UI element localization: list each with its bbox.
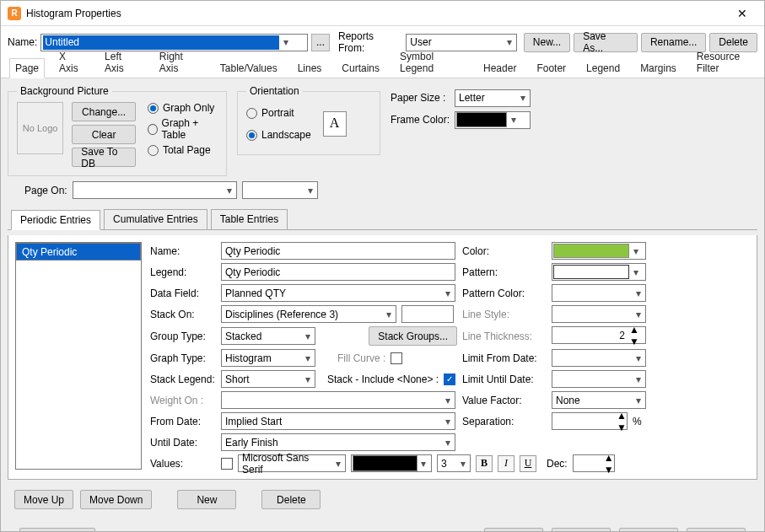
grouptype-combobox[interactable]: Stacked▾ [221,327,315,345]
valuefactor-combobox[interactable]: None▾ [552,391,646,409]
limituntil-combobox[interactable]: ▾ [552,370,646,388]
list-item[interactable]: Qty Periodic [16,243,141,261]
stackon-extra-input[interactable] [401,305,454,323]
new-entry-button[interactable]: New [177,490,236,509]
page-on-combobox-1[interactable]: ▾ [73,181,237,199]
subtab-periodic-entries[interactable]: Periodic Entries [11,210,100,230]
italic-button[interactable]: I [498,455,514,472]
entry-subtabs: Periodic EntriesCumulative EntriesTable … [8,209,757,230]
untildate-combobox[interactable]: Early Finish▾ [221,433,455,451]
values-color-picker[interactable]: ▾ [351,454,432,472]
separation-spinner[interactable]: ▲▼ [552,412,628,430]
color-label: Color: [462,245,547,257]
new-report-button[interactable]: New... [524,33,570,52]
stacklegend-combobox[interactable]: Short▾ [221,370,315,388]
frame-color-picker[interactable]: ▾ [455,111,531,129]
graphtype-combobox[interactable]: Histogram▾ [221,349,315,367]
separation-label: Separation: [462,416,547,427]
delete-entry-button[interactable]: Delete [261,490,321,509]
pattern-color-picker[interactable]: ▾ [552,284,646,302]
chevron-down-icon: ▾ [279,36,293,48]
fillcurve-label: Fill Curve : [337,352,385,364]
ok-button[interactable]: OK [619,528,678,531]
orientation-legend: Orientation [246,85,303,97]
tab-curtains[interactable]: Curtains [336,58,385,78]
name-browse-button[interactable]: ... [311,34,330,51]
stackinclude-label: Stack - Include <None> : [327,373,439,385]
bgpic-preview: No Logo [17,102,63,154]
values-checkbox[interactable] [221,458,233,470]
color-picker[interactable]: ▾ [552,242,646,260]
pattern-color-label: Pattern Color: [462,287,547,299]
fromdate-combobox[interactable]: Implied Start▾ [221,412,455,430]
weighton-combobox[interactable]: ▾ [221,391,455,409]
window-title: Histogram Properties [26,8,727,19]
datafield-combobox[interactable]: Planned QTY▾ [221,284,455,302]
tab-x-axis[interactable]: X Axis [53,46,90,78]
stackon-combobox[interactable]: Disciplines (Reference 3)▾ [221,305,396,323]
tab-margins[interactable]: Margins [634,58,682,78]
decimals-spinner[interactable]: ▲▼ [573,454,615,472]
stacklegend-label: Stack Legend: [150,373,216,385]
paper-size-label: Paper Size : [391,92,450,104]
stackinclude-checkbox[interactable] [444,373,455,385]
page-on-combobox-2[interactable]: ▾ [242,181,318,199]
frame-color-swatch [456,112,507,127]
main-tabs: PageX AxisLeft AxisRight AxisTable/Value… [1,58,764,78]
entry-legend-input[interactable]: Qty Periodic [221,263,455,281]
preview-button[interactable]: Preview [484,528,543,531]
orientation-radio-portrait[interactable]: Portrait [246,107,311,119]
tab-header[interactable]: Header [477,58,522,78]
linethickness-spinner[interactable]: 2▲▼ [552,326,646,344]
bgpic-radio-0[interactable]: Graph Only [148,102,218,114]
values-size-combobox[interactable]: 3▾ [437,454,471,472]
close-icon[interactable]: ✕ [727,2,757,25]
values-font-combobox[interactable]: Microsoft Sans Serif▾ [238,454,346,472]
move-up-button[interactable]: Move Up [14,490,73,509]
entry-name-input[interactable]: Qty Periodic [221,242,455,260]
bgpic-change-button[interactable]: Change... [72,102,136,121]
values-label: Values: [150,458,216,470]
fillcurve-checkbox[interactable] [391,352,402,364]
tab-resource-filter[interactable]: Resource Filter [691,46,764,78]
entries-list[interactable]: Qty Periodic [15,242,142,470]
tab-symbol-legend[interactable]: Symbol Legend [394,46,469,78]
subtab-table-entries[interactable]: Table Entries [211,209,288,229]
entry-name-label: Name: [150,245,216,257]
tab-legend[interactable]: Legend [580,58,626,78]
app-icon: R [8,7,21,20]
tab-footer[interactable]: Footer [531,58,572,78]
linestyle-combobox[interactable]: ▾ [552,305,646,323]
save-as-button[interactable]: Save As... [574,33,638,52]
tab-left-axis[interactable]: Left Axis [99,46,145,78]
underline-button[interactable]: U [520,455,536,472]
apply-button[interactable]: Apply [552,528,611,531]
stackon-label: Stack On: [150,309,216,320]
move-down-button[interactable]: Move Down [80,490,152,509]
tab-table-values[interactable]: Table/Values [214,58,283,78]
graphtype-label: Graph Type: [150,352,216,364]
valuefactor-label: Value Factor: [462,395,547,406]
untildate-label: Until Date: [150,437,216,449]
linestyle-label: Line Style: [462,309,547,320]
tab-page[interactable]: Page [9,58,45,78]
pattern-label: Pattern: [462,266,547,278]
pattern-picker[interactable]: ▾ [552,263,646,281]
orientation-radio-landscape[interactable]: Landscape [246,129,311,141]
cancel-button[interactable]: Cancel [687,528,746,531]
comments-button[interactable]: Comments... [19,528,95,531]
limitfrom-combobox[interactable]: ▾ [552,349,646,367]
stack-groups-button[interactable]: Stack Groups... [369,326,457,346]
bgpic-radio-1[interactable]: Graph + Table [148,117,218,141]
tab-right-axis[interactable]: Right Axis [154,46,206,78]
paper-size-combobox[interactable]: Letter ▾ [455,89,531,107]
chevron-down-icon: ▾ [503,36,516,48]
limituntil-label: Limit Until Date: [462,373,547,385]
bold-button[interactable]: B [476,455,493,472]
bgpic-radio-2[interactable]: Total Page [148,144,218,156]
bgpic-savedb-button[interactable]: Save To DB [72,148,136,167]
bgpic-clear-button[interactable]: Clear [72,125,136,144]
subtab-cumulative-entries[interactable]: Cumulative Entries [104,209,207,229]
tab-lines[interactable]: Lines [292,58,328,78]
weighton-label: Weight On : [150,395,216,406]
